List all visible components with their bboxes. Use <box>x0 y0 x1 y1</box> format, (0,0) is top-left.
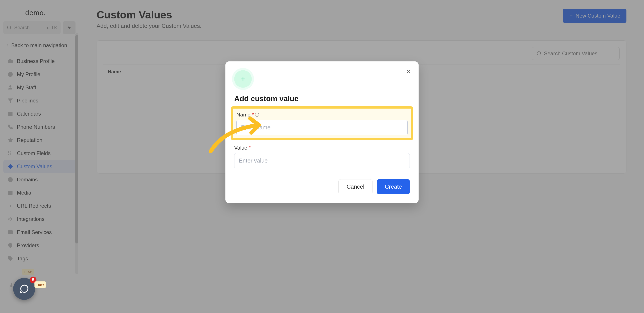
modal-title: Add custom value <box>234 94 410 103</box>
plus-icon <box>240 76 246 82</box>
close-button[interactable] <box>405 68 412 75</box>
modal-icon-circle <box>234 70 252 88</box>
name-input[interactable] <box>236 120 408 135</box>
new-badge: new <box>34 282 46 288</box>
info-icon[interactable]: i <box>255 113 259 117</box>
value-label: Value * <box>234 145 410 151</box>
modal-actions: Cancel Create <box>234 179 410 194</box>
value-field-group: Value * <box>234 145 410 168</box>
name-label: Name * i <box>236 112 408 118</box>
name-field-highlight: Name * i <box>231 106 413 140</box>
required-indicator: * <box>252 112 254 118</box>
modal-overlay[interactable]: Add custom value Name * i Value * Cancel… <box>0 0 644 313</box>
chat-icon <box>19 284 29 294</box>
required-indicator: * <box>249 145 251 151</box>
cancel-button[interactable]: Cancel <box>338 179 372 194</box>
chat-widget[interactable]: 5 new <box>13 278 35 300</box>
close-icon <box>405 68 412 75</box>
value-input[interactable] <box>234 153 410 168</box>
create-button[interactable]: Create <box>377 179 410 194</box>
add-custom-value-modal: Add custom value Name * i Value * Cancel… <box>226 61 418 203</box>
